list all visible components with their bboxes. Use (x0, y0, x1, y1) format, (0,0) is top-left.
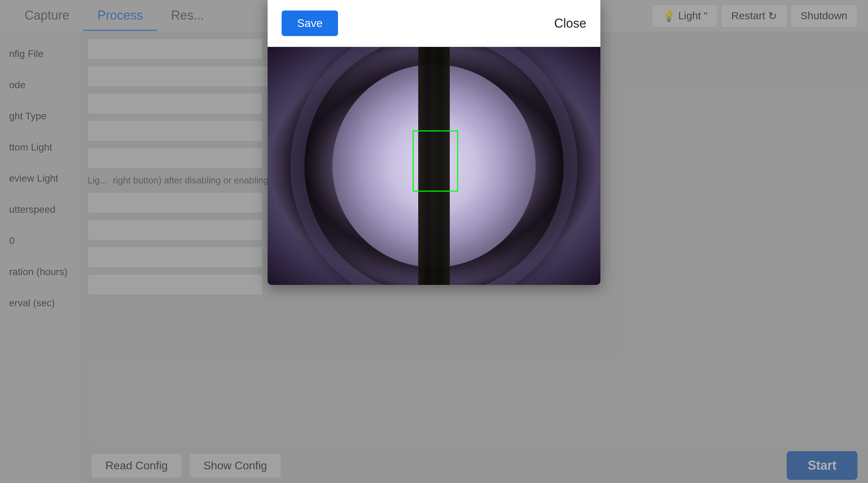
modal-close-button[interactable]: Close (554, 16, 586, 31)
modal-overlay: Save Close (0, 0, 868, 483)
modal-dialog: Save Close (268, 0, 600, 285)
modal-image-container (268, 47, 600, 285)
green-annotation-rect (413, 131, 458, 192)
modal-save-button[interactable]: Save (282, 10, 338, 36)
app-background: Capture Process Res... 💡 Light " Restart… (0, 0, 868, 483)
modal-header: Save Close (268, 0, 600, 47)
lens-image (268, 47, 600, 285)
